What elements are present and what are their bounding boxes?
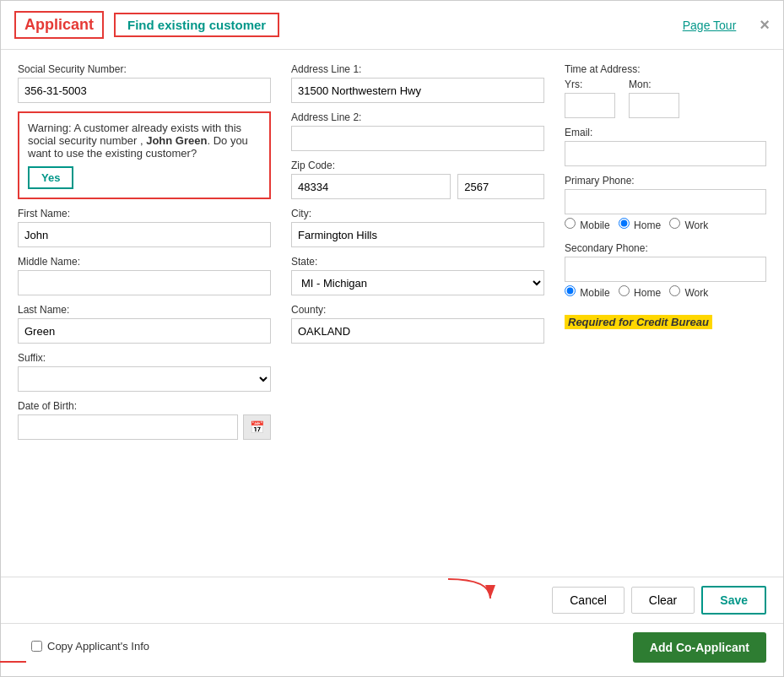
last-name-label: Last Name: [18,304,271,316]
zip-row [291,174,544,199]
dob-input[interactable] [18,414,238,440]
modal-bottom: Copy Applicant's Info Add Co-Applicant [1,623,783,676]
col1: Social Security Number: Warning: A custo… [18,63,271,448]
page-tour-link[interactable]: Page Tour [683,19,737,32]
primary-phone-label: Primary Phone: [565,175,766,187]
yrs-field: Yrs: [565,79,615,118]
modal-body: Social Security Number: Warning: A custo… [1,50,783,577]
time-at-address-label: Time at Address: [565,63,766,75]
secondary-phone-input[interactable] [565,257,766,282]
secondary-mobile-radio[interactable] [565,285,576,296]
dob-field-group: Date of Birth: 📅 [18,400,271,440]
warning-text: Warning: A customer already exists with … [28,122,248,160]
secondary-phone-field-group: Secondary Phone: Mobile Home [565,242,766,301]
primary-home-radio-label[interactable]: Home [619,218,661,231]
calendar-button[interactable]: 📅 [243,414,271,440]
primary-phone-input[interactable] [565,189,766,214]
modal-title: Applicant [14,11,104,39]
address2-field-group: Address Line 2: [291,111,544,151]
city-label: City: [291,208,544,219]
yrs-label: Yrs: [565,79,615,90]
add-coapplicant-button[interactable]: Add Co-Applicant [633,632,766,663]
state-label: State: [291,256,544,268]
suffix-label: Suffix: [18,352,271,364]
email-input[interactable] [565,141,766,166]
secondary-home-radio-label[interactable]: Home [619,285,661,299]
first-name-input[interactable] [18,222,271,247]
suffix-select[interactable]: Jr Sr II III IV [18,366,271,392]
primary-work-radio[interactable] [669,218,680,229]
clear-button[interactable]: Clear [631,587,695,614]
first-name-field-group: First Name: [18,208,271,247]
applicant-modal: Applicant Find existing customer Page To… [0,0,784,677]
city-field-group: City: [291,208,544,247]
county-input[interactable] [291,318,544,344]
secondary-mobile-radio-label[interactable]: Mobile [565,285,610,299]
first-name-label: First Name: [18,208,271,219]
col2: Address Line 1: Address Line 2: Zip Code… [291,63,544,448]
state-select[interactable]: MI - Michigan AL - Alabama AK - Alaska [291,270,544,295]
suffix-field-group: Suffix: Jr Sr II III IV [18,352,271,392]
primary-phone-radios: Mobile Home Work [565,218,766,234]
mon-label: Mon: [629,79,679,90]
middle-name-field-group: Middle Name: [18,256,271,295]
mon-field: Mon: [629,79,679,118]
time-at-address-group: Time at Address: Yrs: Mon: [565,63,766,118]
find-existing-customer-button[interactable]: Find existing customer [114,13,279,37]
address1-label: Address Line 1: [291,63,544,75]
secondary-phone-label: Secondary Phone: [565,242,766,254]
secondary-work-radio-label[interactable]: Work [669,285,708,299]
address1-input[interactable] [291,78,544,103]
county-label: County: [291,304,544,316]
save-button[interactable]: Save [701,586,766,615]
mon-input[interactable] [629,93,679,118]
city-input[interactable] [291,222,544,247]
time-at-address-row: Yrs: Mon: [565,79,766,118]
state-field-group: State: MI - Michigan AL - Alabama AK - A… [291,256,544,295]
ssn-field-group: Social Security Number: [18,63,271,103]
form-grid: Social Security Number: Warning: A custo… [18,63,766,448]
dob-row: 📅 [18,414,271,440]
zip-label: Zip Code: [291,160,544,171]
modal-footer: Cancel Clear Save [1,577,783,623]
county-field-group: County: [291,304,544,344]
ssn-input[interactable] [18,78,271,103]
primary-mobile-radio-label[interactable]: Mobile [565,218,610,231]
zip-input[interactable] [291,174,451,199]
primary-work-radio-label[interactable]: Work [669,218,708,231]
required-credit-badge: Required for Credit Bureau [565,315,712,329]
primary-home-radio[interactable] [619,218,630,229]
save-arrow [440,575,499,604]
middle-name-label: Middle Name: [18,256,271,268]
middle-name-input[interactable] [18,270,271,295]
secondary-work-radio[interactable] [669,285,680,296]
last-name-field-group: Last Name: [18,304,271,344]
secondary-phone-radios: Mobile Home Work [565,285,766,301]
col3: Time at Address: Yrs: Mon: Email: [565,63,766,448]
yes-button[interactable]: Yes [28,166,73,189]
modal-header: Applicant Find existing customer Page To… [1,1,783,50]
warning-box: Warning: A customer already exists with … [18,111,271,199]
yrs-input[interactable] [565,93,615,118]
primary-phone-field-group: Primary Phone: Mobile Home [565,175,766,234]
address2-input[interactable] [291,126,544,151]
coapplicant-arrow [0,649,35,674]
email-field-group: Email: [565,127,766,166]
zip-field-group: Zip Code: [291,160,544,199]
zip4-input[interactable] [457,174,544,199]
dob-label: Date of Birth: [18,400,271,412]
cancel-button[interactable]: Cancel [552,587,624,614]
email-label: Email: [565,127,766,138]
close-button[interactable]: × [760,15,770,35]
last-name-input[interactable] [18,318,271,344]
copy-applicant-info-label[interactable]: Copy Applicant's Info [31,640,149,653]
address2-label: Address Line 2: [291,111,544,123]
required-credit-group: Required for Credit Bureau [565,310,766,329]
primary-mobile-radio[interactable] [565,218,576,229]
address1-field-group: Address Line 1: [291,63,544,103]
secondary-home-radio[interactable] [619,285,630,296]
ssn-label: Social Security Number: [18,63,271,75]
